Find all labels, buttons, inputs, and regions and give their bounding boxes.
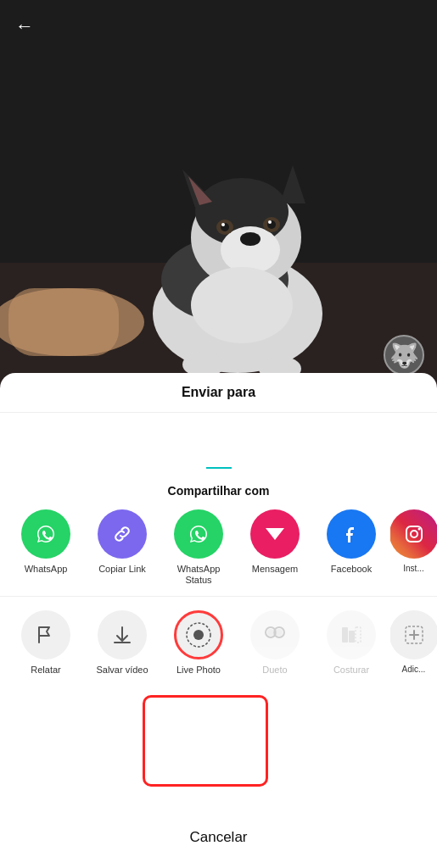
- whatsapp-status-label: WhatsApp Status: [165, 564, 233, 586]
- bottom-sheet: Enviar para Compartilhar com WhatsApp: [0, 373, 437, 868]
- sheet-title: Enviar para: [182, 385, 255, 400]
- svg-marker-25: [266, 528, 284, 540]
- facebook-icon-circle[interactable]: [327, 509, 376, 559]
- divider-2: [0, 596, 437, 597]
- salvar-video-label: Salvar vídeo: [96, 665, 148, 675]
- live-photo-icon-circle[interactable]: [174, 610, 223, 659]
- adicionar-icon-circle[interactable]: [390, 610, 437, 659]
- svg-point-27: [411, 531, 417, 537]
- whatsapp-icon-circle[interactable]: [21, 509, 70, 559]
- action-item-relatar[interactable]: Relatar: [8, 610, 83, 675]
- share-item-whatsapp[interactable]: WhatsApp: [8, 509, 83, 575]
- photo-background: [0, 0, 437, 407]
- costurar-label: Costurar: [333, 665, 369, 675]
- svg-rect-35: [342, 627, 348, 643]
- instagram-label: Inst...: [403, 564, 423, 574]
- svg-point-15: [221, 223, 225, 226]
- share-item-mensagem[interactable]: Mensagem: [238, 509, 312, 575]
- svg-point-10: [240, 232, 261, 246]
- action-icons-row: Relatar Salvar vídeo Live Photo: [0, 604, 437, 682]
- share-item-whatsapp-status[interactable]: WhatsApp Status: [161, 509, 236, 586]
- svg-rect-36: [349, 631, 355, 643]
- share-section-title: Compartilhar com: [0, 484, 437, 498]
- share-item-facebook[interactable]: Facebook: [314, 509, 389, 575]
- cancel-button[interactable]: Cancelar: [155, 821, 281, 854]
- action-item-dueto[interactable]: Dueto: [238, 610, 312, 675]
- whatsapp-status-icon-circle[interactable]: [174, 509, 223, 559]
- relatar-label: Relatar: [31, 665, 60, 675]
- dueto-label: Dueto: [262, 665, 287, 675]
- teal-indicator: [206, 467, 232, 469]
- svg-point-34: [276, 629, 283, 636]
- back-button[interactable]: ←: [15, 15, 34, 37]
- share-item-instagram[interactable]: Inst...: [390, 509, 437, 574]
- avatar[interactable]: [384, 335, 424, 376]
- costurar-icon-circle[interactable]: [327, 610, 376, 659]
- salvar-video-icon-circle[interactable]: [98, 610, 147, 659]
- svg-rect-37: [356, 627, 361, 643]
- share-icons-row: WhatsApp Copiar Link: [0, 509, 437, 586]
- divider-1: [0, 412, 437, 413]
- cancel-row: Cancelar: [155, 821, 281, 868]
- live-photo-label: Live Photo: [176, 665, 221, 675]
- action-item-costurar[interactable]: Costurar: [314, 610, 389, 675]
- action-item-live-photo[interactable]: Live Photo: [161, 610, 236, 675]
- contacts-area: [0, 416, 437, 467]
- action-item-adicionar[interactable]: Adic...: [390, 610, 437, 674]
- facebook-label: Facebook: [331, 564, 372, 575]
- relatar-icon-circle[interactable]: [21, 610, 70, 659]
- adicionar-label: Adic...: [402, 665, 426, 674]
- mensagem-label: Mensagem: [252, 564, 298, 575]
- mensagem-icon-circle[interactable]: [250, 509, 300, 559]
- svg-point-33: [267, 629, 274, 636]
- svg-point-28: [417, 528, 420, 531]
- dueto-icon-circle[interactable]: [250, 610, 300, 659]
- svg-point-30: [193, 630, 204, 640]
- copiar-link-label: Copiar Link: [98, 564, 146, 575]
- whatsapp-label: WhatsApp: [25, 564, 68, 575]
- action-item-salvar-video[interactable]: Salvar vídeo: [85, 610, 160, 675]
- share-section: Compartilhar com WhatsApp: [0, 476, 437, 589]
- svg-point-20: [191, 267, 293, 343]
- copiar-link-icon-circle[interactable]: [98, 509, 147, 559]
- svg-point-16: [268, 220, 272, 224]
- share-item-copiar-link[interactable]: Copiar Link: [85, 509, 160, 575]
- svg-rect-4: [8, 288, 119, 356]
- instagram-icon-circle[interactable]: [390, 509, 437, 559]
